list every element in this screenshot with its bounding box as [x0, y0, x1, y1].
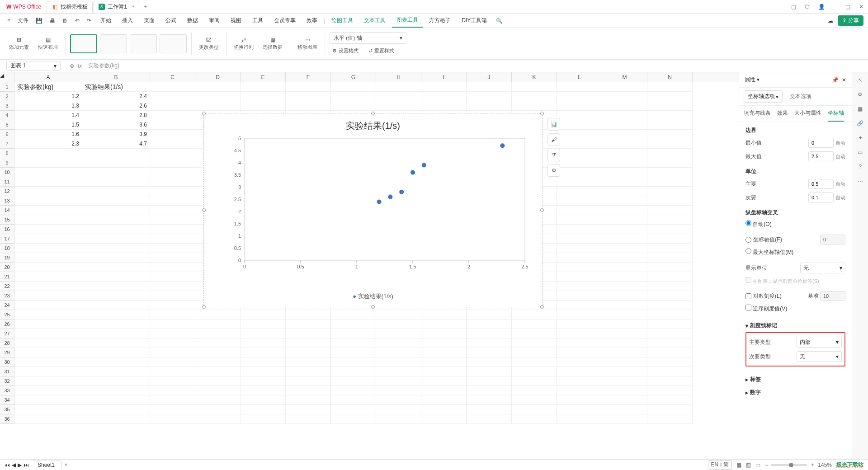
redo-icon[interactable]: ↷: [84, 16, 94, 26]
cell[interactable]: 2.6: [82, 101, 150, 111]
view-reading-icon[interactable]: ▭: [755, 462, 760, 468]
cell[interactable]: [286, 101, 331, 111]
row-header[interactable]: 32: [0, 376, 14, 386]
spreadsheet-grid[interactable]: ◢ABCDEFGHIJKLMN 1实验参数(kg)实验结果(1/s)21.22.…: [0, 72, 739, 459]
cell[interactable]: [557, 357, 602, 367]
cell[interactable]: [150, 111, 195, 120]
col-header-A[interactable]: A: [14, 72, 82, 82]
cell[interactable]: [14, 225, 82, 234]
workbook-tab[interactable]: S 工作簿1 •: [94, 1, 139, 13]
cell[interactable]: [512, 320, 557, 329]
cell[interactable]: [82, 348, 150, 357]
prop-tab-fill[interactable]: 填充与线条: [744, 106, 771, 122]
cell[interactable]: [195, 386, 241, 395]
cell[interactable]: [557, 272, 602, 282]
cell[interactable]: [331, 395, 376, 405]
row-header[interactable]: 27: [0, 329, 14, 338]
cell[interactable]: [14, 149, 82, 158]
cell[interactable]: [286, 320, 331, 329]
zoom-out-button[interactable]: −: [765, 462, 768, 468]
chart-plot-area[interactable]: 00.511.522.533.544.5500.511.522.5: [217, 134, 534, 283]
cell[interactable]: [557, 348, 602, 357]
search-icon[interactable]: 🔍: [493, 16, 505, 26]
cell[interactable]: [241, 357, 286, 367]
cell[interactable]: [421, 367, 467, 376]
pin-icon[interactable]: 📌: [832, 77, 839, 83]
chart-element-select[interactable]: 水平 (值) 轴 ▾: [330, 32, 406, 44]
cell[interactable]: 1.2: [14, 92, 82, 101]
cell[interactable]: [14, 348, 82, 357]
cell[interactable]: [602, 120, 647, 130]
cell[interactable]: [602, 111, 647, 120]
cell[interactable]: [376, 367, 421, 376]
cell[interactable]: [14, 329, 82, 338]
cell[interactable]: [150, 386, 195, 395]
cell[interactable]: [602, 196, 647, 206]
cell[interactable]: [602, 329, 647, 338]
cell[interactable]: [195, 357, 241, 367]
cell[interactable]: [331, 357, 376, 367]
cell[interactable]: [286, 367, 331, 376]
row-header[interactable]: 33: [0, 386, 14, 395]
cell[interactable]: [557, 177, 602, 187]
tab-efficiency[interactable]: 效率: [302, 14, 322, 27]
cell[interactable]: [557, 82, 602, 92]
chart-filter-button[interactable]: ⧩: [547, 149, 560, 161]
cell[interactable]: [557, 282, 602, 291]
cell[interactable]: [331, 320, 376, 329]
cell[interactable]: [376, 376, 421, 386]
log-scale-checkbox[interactable]: 对数刻度(L): [745, 292, 782, 300]
row-header[interactable]: 4: [0, 111, 14, 120]
row-header[interactable]: 24: [0, 301, 14, 310]
cell[interactable]: [82, 215, 150, 225]
row-header[interactable]: 6: [0, 130, 14, 139]
undo-icon[interactable]: ↶: [72, 16, 82, 26]
cell[interactable]: [286, 82, 331, 92]
cell[interactable]: [467, 357, 512, 367]
cell[interactable]: [14, 234, 82, 244]
close-panel-icon[interactable]: ✕: [842, 77, 846, 83]
row-header[interactable]: 3: [0, 101, 14, 111]
cell[interactable]: [376, 320, 421, 329]
cell[interactable]: [82, 357, 150, 367]
cell[interactable]: [150, 120, 195, 130]
cell[interactable]: [82, 320, 150, 329]
cell[interactable]: [602, 139, 647, 149]
col-header-E[interactable]: E: [241, 72, 286, 82]
zoom-slider[interactable]: [771, 464, 807, 466]
cell[interactable]: [647, 329, 693, 338]
cell[interactable]: [150, 310, 195, 320]
help-tool-icon[interactable]: ?: [859, 164, 862, 170]
cell[interactable]: [647, 111, 693, 120]
cell[interactable]: [557, 395, 602, 405]
cell[interactable]: [557, 215, 602, 225]
cell[interactable]: [467, 376, 512, 386]
cell[interactable]: [557, 234, 602, 244]
cell[interactable]: [82, 386, 150, 395]
effects-tool-icon[interactable]: ✦: [858, 135, 863, 141]
cell[interactable]: [647, 206, 693, 215]
cell[interactable]: [150, 215, 195, 225]
cell[interactable]: [376, 338, 421, 348]
cell[interactable]: [602, 301, 647, 310]
cell[interactable]: [557, 338, 602, 348]
cell[interactable]: [602, 367, 647, 376]
row-header[interactable]: 21: [0, 272, 14, 282]
cell[interactable]: [421, 338, 467, 348]
cell[interactable]: [286, 348, 331, 357]
cell[interactable]: [557, 130, 602, 139]
cell[interactable]: [150, 414, 195, 424]
cell[interactable]: [331, 338, 376, 348]
cell[interactable]: [331, 348, 376, 357]
cell[interactable]: [557, 101, 602, 111]
cell[interactable]: [82, 395, 150, 405]
row-header[interactable]: 25: [0, 310, 14, 320]
tab-review[interactable]: 审阅: [204, 14, 224, 27]
select-data-button[interactable]: ▦ 选择数据: [260, 37, 285, 51]
cell[interactable]: [150, 130, 195, 139]
cell[interactable]: [512, 376, 557, 386]
cell[interactable]: [82, 272, 150, 282]
cell[interactable]: [557, 139, 602, 149]
cell[interactable]: [557, 301, 602, 310]
col-header-M[interactable]: M: [602, 72, 647, 82]
